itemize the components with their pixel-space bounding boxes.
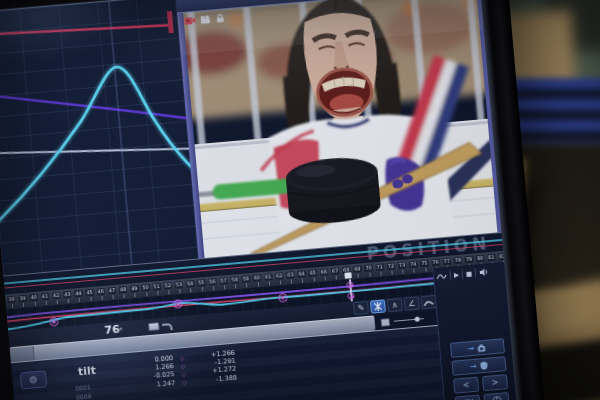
ruler-tick[interactable]: 60	[253, 274, 262, 282]
film-camera-icon[interactable]	[199, 14, 212, 24]
ruler-tick[interactable]: 64	[297, 270, 306, 278]
ruler-tick[interactable]: 42	[52, 292, 61, 300]
ease-curve-icon	[423, 297, 435, 307]
step-forward-button[interactable]: >	[482, 374, 508, 391]
ruler-tick[interactable]: 80	[476, 255, 485, 263]
ruler-tick[interactable]: 72	[386, 262, 395, 270]
slider-track[interactable]	[394, 318, 424, 322]
keyframe-star-tool-button[interactable]	[370, 299, 386, 313]
prev-label: <	[462, 380, 469, 390]
ruler-tick[interactable]: 47	[108, 287, 117, 295]
curve-display-icon[interactable]	[436, 271, 448, 281]
playhead-handle[interactable]	[344, 272, 351, 279]
ruler-tick[interactable]: 54	[186, 280, 195, 288]
ruler-tick[interactable]: 79	[465, 256, 474, 264]
ruler-tick[interactable]: 38	[7, 296, 16, 304]
ruler-tick[interactable]: 48	[119, 286, 128, 294]
ruler-tick[interactable]: 50	[141, 284, 150, 292]
ruler-tick[interactable]: 56	[208, 278, 217, 286]
frame-id: 0009	[76, 392, 92, 400]
arrow-right-icon: →	[470, 362, 477, 372]
shoot-frame-button[interactable]: →	[450, 338, 505, 358]
monitor: ARC MOTION CONTROL ▾ POSIT	[0, 0, 546, 400]
ruler-tick[interactable]: 59	[241, 275, 250, 283]
keyframe-star-icon	[373, 302, 383, 312]
ruler-tick[interactable]: 43	[63, 291, 72, 299]
photo-of-monitor: ARC MOTION CONTROL ▾ POSIT	[0, 0, 600, 400]
next-label: >	[491, 378, 498, 388]
dolly-camera-button[interactable]	[455, 395, 481, 400]
ruler-tick[interactable]: 78	[453, 257, 462, 265]
counter-mark-icon: ▾	[119, 325, 122, 331]
ruler-tick[interactable]: 70	[364, 264, 373, 272]
step-back-button[interactable]: <	[453, 377, 479, 394]
ruler-tick[interactable]: 58	[230, 276, 239, 284]
ruler-tick[interactable]: 66	[320, 268, 329, 276]
screen: ARC MOTION CONTROL ▾ POSIT	[0, 0, 522, 400]
ruler-tick[interactable]: 65	[308, 269, 317, 277]
ruler-tick[interactable]: 75	[420, 259, 429, 267]
ruler-tick[interactable]: 81	[487, 254, 496, 262]
ruler-tick[interactable]: 52	[163, 282, 172, 290]
arrow-right-icon: →	[467, 344, 474, 354]
motor-settings-button[interactable]: ⚙	[20, 370, 47, 389]
ruler-tick[interactable]: 40	[29, 294, 38, 302]
ruler-tick[interactable]: 74	[409, 260, 418, 268]
reel-button[interactable]	[483, 392, 509, 400]
ruler-tick[interactable]: 76	[431, 258, 440, 266]
ruler-tick[interactable]: 69	[353, 265, 362, 273]
film-reel-icon	[491, 395, 502, 400]
gear-icon: ⚙	[29, 374, 39, 386]
safe-move-button[interactable]: →	[451, 356, 506, 376]
ruler-tick[interactable]: 71	[375, 263, 384, 271]
ruler-tick[interactable]: 73	[398, 261, 407, 269]
ruler-tick[interactable]: 57	[219, 277, 228, 285]
ruler-tick[interactable]: 39	[18, 295, 27, 303]
lock-icon[interactable]	[215, 13, 225, 23]
ruler-tick[interactable]: 44	[74, 290, 83, 298]
ruler-tick[interactable]: 55	[197, 279, 206, 287]
preview-frame-image	[176, 0, 505, 258]
ruler-tick[interactable]: 62	[275, 272, 284, 280]
speaker-icon[interactable]	[479, 267, 490, 277]
ruler-tick[interactable]: 77	[442, 258, 451, 266]
shield-icon	[479, 361, 488, 371]
ruler-tick[interactable]: 53	[174, 281, 183, 289]
pencil-tool-button[interactable]: ✎	[353, 301, 369, 315]
play-icon[interactable]: ▶	[454, 270, 460, 278]
transport-row: ▶ ■	[436, 267, 490, 281]
curve-editor-curves[interactable]	[0, 0, 200, 295]
stop-icon[interactable]: ■	[466, 269, 473, 278]
slider-box-icon[interactable]	[380, 318, 390, 327]
record-camera-icon[interactable]	[183, 16, 196, 26]
wedge-tool-button[interactable]: ∧	[387, 298, 403, 312]
ruler-tick[interactable]: 49	[130, 285, 139, 293]
angle-tool-button[interactable]: ∠	[404, 296, 420, 310]
video-preview[interactable]	[176, 0, 505, 258]
frame-id: 0001	[75, 383, 91, 391]
slider-handle[interactable]	[414, 316, 419, 321]
red-curve-endpoint[interactable]	[167, 11, 174, 33]
ruler-tick[interactable]: 63	[286, 271, 295, 279]
scrub-handle-icon[interactable]	[148, 322, 160, 331]
frame-counter[interactable]: 76▾	[104, 322, 123, 337]
ruler-tick[interactable]: 67	[331, 267, 340, 275]
curve-editor-panel[interactable]	[0, 0, 200, 295]
camera-icon	[477, 343, 488, 352]
keyframe-diamond-icon[interactable]: ◇	[175, 378, 194, 387]
motor-label: tilt	[77, 364, 96, 379]
ruler-tick[interactable]: 41	[41, 293, 50, 301]
ruler-tick[interactable]: 61	[264, 273, 273, 281]
ruler-tick[interactable]: 45	[85, 289, 94, 297]
ruler-tick[interactable]: 51	[152, 283, 161, 291]
ruler-tick[interactable]: 46	[96, 288, 105, 296]
